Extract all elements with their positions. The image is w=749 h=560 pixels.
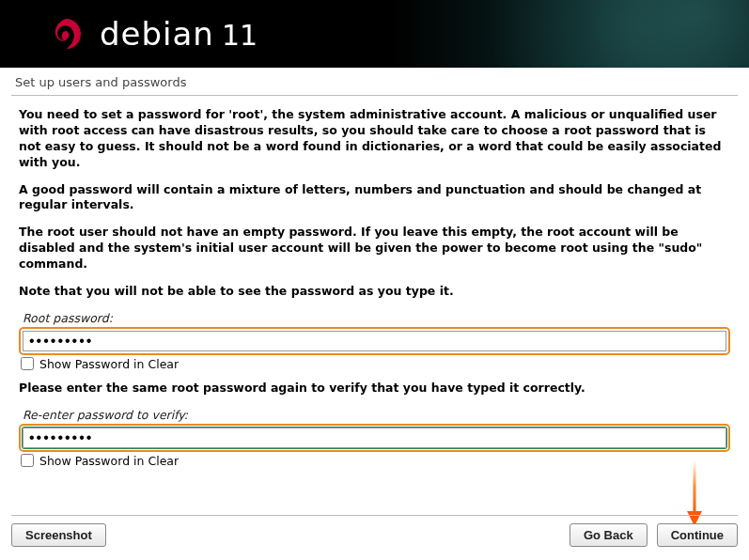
- show-password-checkbox-1[interactable]: [21, 357, 34, 370]
- show-password-row-2[interactable]: Show Password in Clear: [21, 454, 730, 468]
- go-back-button[interactable]: Go Back: [570, 523, 648, 547]
- brand-version: 11: [222, 19, 257, 52]
- screenshot-button[interactable]: Screenshot: [11, 523, 106, 547]
- continue-button[interactable]: Continue: [657, 523, 738, 547]
- installer-header: debian11: [0, 0, 749, 68]
- show-password-label-2: Show Password in Clear: [39, 454, 179, 468]
- verify-password-input[interactable]: [23, 428, 726, 448]
- show-password-label-1: Show Password in Clear: [39, 357, 179, 371]
- brand-label: debian11: [100, 15, 257, 53]
- step-title: Set up users and passwords: [0, 68, 749, 93]
- instruction-text-2: A good password will contain a mixture o…: [19, 182, 730, 214]
- footer-divider: [11, 515, 738, 516]
- show-password-checkbox-2[interactable]: [21, 454, 34, 467]
- brand-name: debian: [100, 15, 214, 53]
- debian-swirl-icon: [47, 15, 85, 53]
- divider: [11, 95, 738, 96]
- instruction-text-3: The root user should not have an empty p…: [19, 225, 730, 272]
- show-password-row-1[interactable]: Show Password in Clear: [21, 357, 730, 371]
- root-password-highlight: [19, 327, 730, 355]
- instruction-text-5: Please enter the same root password agai…: [19, 381, 730, 397]
- footer: Screenshot Go Back Continue: [0, 507, 749, 560]
- main-content: You need to set a password for 'root', t…: [0, 101, 749, 517]
- instruction-text-4: Note that you will not be able to see th…: [19, 284, 730, 300]
- root-password-input[interactable]: [23, 331, 726, 351]
- verify-password-highlight: [19, 424, 730, 452]
- root-password-label: Root password:: [23, 311, 730, 325]
- verify-password-label: Re-enter password to verify:: [23, 408, 730, 422]
- instruction-text-1: You need to set a password for 'root', t…: [19, 107, 730, 171]
